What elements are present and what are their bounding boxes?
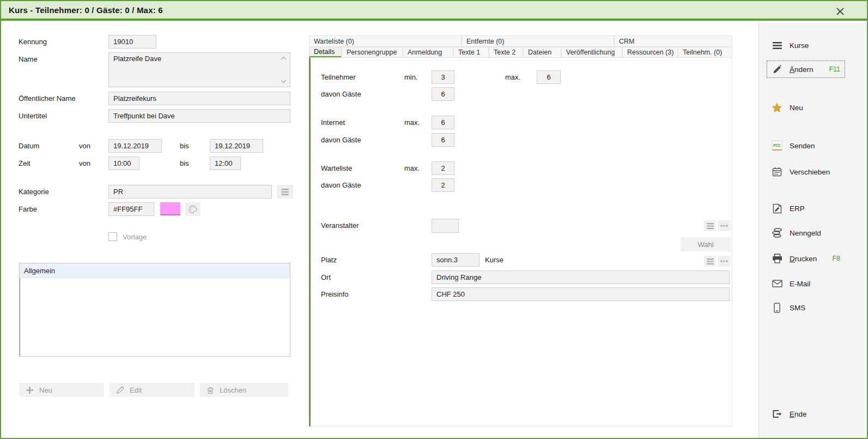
oeffentlicher-name-input[interactable]: Platzreifekurs — [108, 92, 290, 105]
kurs-dialog: Kurs - Teilnehmer: 0 / Gäste: 0 / Max: 6… — [0, 0, 868, 439]
veranstalter-more-button[interactable] — [718, 220, 731, 231]
tab-anmeldung[interactable]: Anmeldung — [403, 47, 453, 58]
kennung-input[interactable]: 19010 — [108, 35, 156, 49]
tab-dateien[interactable]: Dateien — [523, 47, 561, 58]
menu-icon — [772, 40, 782, 51]
edit-button[interactable]: Edit — [110, 383, 195, 397]
sidebar-item-aendern[interactable]: Ändern F11 — [767, 61, 845, 77]
ort-label: Ort — [321, 270, 331, 284]
pcc-logo-text: PCC — [772, 141, 782, 151]
tab-teilnehm[interactable]: Teilnehm. (0) — [678, 47, 732, 58]
tab-details[interactable]: Details — [309, 47, 342, 58]
document-pencil-icon — [772, 203, 782, 214]
internet-max-label: max. — [404, 116, 420, 129]
star-icon — [772, 102, 782, 113]
tab-texte1[interactable]: Texte 1 — [453, 47, 489, 58]
teilnehmer-max-input[interactable]: 6 — [537, 70, 561, 84]
tab-veroeffentlichung[interactable]: Veröffentlichung — [561, 47, 622, 58]
trash-icon — [207, 386, 214, 394]
platz-input[interactable]: sonn.3 — [432, 253, 479, 267]
palette-icon[interactable] — [185, 202, 201, 216]
kurs-list: Allgemein — [19, 263, 290, 357]
sidebar-item-sms[interactable]: SMS — [767, 300, 845, 315]
warteliste-gaeste-input[interactable]: 2 — [432, 178, 454, 192]
platz-list-button[interactable] — [704, 256, 716, 267]
name-input[interactable]: Platzreife Dave — [108, 52, 290, 87]
datum-bis-input[interactable]: 19.12.2019 — [210, 139, 263, 153]
datum-von-input[interactable]: 19.12.2019 — [108, 139, 162, 153]
internet-max-input[interactable]: 6 — [432, 116, 454, 129]
warteliste-max-input[interactable]: 2 — [432, 161, 454, 175]
zeit-bis-label: bis — [180, 157, 189, 170]
close-icon[interactable] — [833, 4, 847, 19]
sidebar-item-email[interactable]: E-Mail — [767, 276, 845, 291]
oeffentlicher-name-label: Öffentlicher Name — [19, 92, 76, 105]
sidebar-item-erp[interactable]: ERP — [767, 201, 845, 216]
tab-ressourcen[interactable]: Ressourcen (3) — [622, 47, 678, 58]
sidebar-item-drucken[interactable]: Drucken F8 — [767, 251, 845, 266]
neu-button[interactable]: Neu — [19, 383, 104, 397]
scroll-up-icon[interactable] — [281, 56, 287, 60]
phone-icon — [772, 302, 782, 313]
internet-gaeste-input[interactable]: 6 — [432, 133, 454, 147]
wahl-button[interactable]: Wahl — [681, 237, 731, 251]
kennung-label: Kennung — [19, 35, 47, 49]
internet-gaeste-label: davon Gäste — [321, 133, 361, 147]
list-item[interactable]: Allgemein — [20, 263, 290, 278]
datum-von-label: von — [79, 139, 90, 153]
sidebar-item-label: Ändern — [790, 65, 814, 74]
sidebar-item-senden[interactable]: PCC Senden — [767, 138, 845, 153]
teilnehmer-min-input[interactable]: 3 — [432, 70, 454, 84]
envelope-icon — [772, 278, 782, 289]
tab-entfernte[interactable]: Entfernte (0) — [462, 35, 614, 47]
farbe-input[interactable]: #FF95FF — [108, 202, 154, 216]
sidebar-item-nenngeld[interactable]: Nenngeld — [767, 225, 845, 240]
farbe-swatch[interactable] — [160, 202, 180, 215]
warteliste-gaeste-label: davon Gäste — [321, 178, 361, 192]
sidebar-item-label: Ende — [790, 410, 807, 418]
veranstalter-input[interactable] — [432, 219, 459, 233]
ort-input[interactable]: Driving Range — [432, 270, 730, 284]
teilnehmer-min-label: min. — [404, 70, 418, 84]
kategorie-label: Kategorie — [19, 185, 49, 199]
teilnehmer-max-label: max. — [505, 70, 520, 84]
kategorie-list-button[interactable] — [277, 185, 293, 199]
vorlage-checkbox[interactable] — [108, 232, 117, 241]
zeit-bis-input[interactable]: 12:00 — [210, 157, 241, 170]
tab-texte2[interactable]: Texte 2 — [489, 47, 523, 58]
platz-more-button[interactable] — [718, 256, 731, 267]
teilnehmer-label: Teilnehmer — [321, 70, 356, 84]
coins-icon — [772, 227, 782, 238]
untertitel-input[interactable]: Treffpunkt bei Dave — [108, 109, 290, 123]
farbe-label: Farbe — [19, 202, 37, 216]
sidebar-item-verschieben[interactable]: Verschieben — [767, 164, 845, 179]
zeit-von-input[interactable]: 10:00 — [108, 157, 139, 170]
warteliste-label: Warteliste — [321, 161, 352, 175]
tab-warteliste[interactable]: Warteliste (0) — [309, 35, 462, 47]
zeit-label: Zeit — [19, 157, 31, 170]
sidebar-item-label: Drucken — [790, 255, 817, 263]
veranstalter-list-button[interactable] — [704, 220, 716, 231]
sidebar-item-kurse[interactable]: Kurse — [767, 38, 845, 53]
sidebar-item-label: Kurse — [790, 41, 809, 50]
sidebar-item-neu[interactable]: Neu — [767, 100, 845, 115]
wahl-button-label: Wahl — [697, 240, 713, 249]
neu-button-label: Neu — [39, 386, 52, 394]
preisinfo-input[interactable]: CHF 250 — [432, 287, 730, 301]
teilnehmer-gaeste-input[interactable]: 6 — [432, 87, 454, 101]
loeschen-button[interactable]: Löschen — [200, 383, 288, 397]
pcc-logo-icon: PCC — [772, 140, 782, 151]
kategorie-input[interactable]: PR — [108, 185, 272, 199]
shortcut-f8: F8 — [832, 255, 840, 262]
sidebar-item-label: Verschieben — [790, 168, 830, 176]
calendar-icon — [772, 166, 782, 177]
details-panel — [309, 57, 732, 426]
warteliste-max-label: max. — [404, 161, 420, 175]
scroll-down-icon[interactable] — [281, 80, 287, 83]
platz-suffix-label: Kurse — [485, 253, 503, 267]
sidebar-item-ende[interactable]: Ende — [767, 406, 845, 422]
loeschen-button-label: Löschen — [220, 386, 246, 394]
tab-crm[interactable]: CRM — [614, 35, 732, 47]
platz-label: Platz — [321, 253, 337, 267]
tab-personengruppe[interactable]: Personengruppe — [342, 47, 403, 58]
